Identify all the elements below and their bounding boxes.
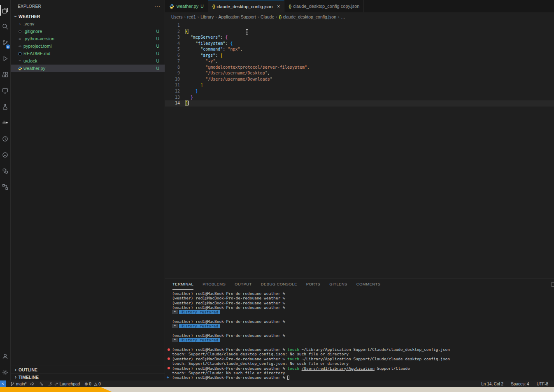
- breadcrumb-item[interactable]: red1: [187, 14, 196, 19]
- command-error-icon: [168, 348, 170, 351]
- remote-indicator[interactable]: <: [0, 380, 6, 387]
- line-number: 14: [165, 100, 180, 107]
- sidebar-bottom-sections: › OUTLINE › TIMELINE: [11, 366, 165, 380]
- terminal[interactable]: (weather) red1@MacBook-Pro-de-redouane w…: [165, 290, 554, 380]
- line-number: 2: [165, 29, 180, 35]
- remote-explorer-icon[interactable]: [0, 83, 11, 99]
- symbols-icon[interactable]: [0, 179, 11, 195]
- panel-tab-gitlens[interactable]: GITLENS: [329, 279, 347, 290]
- code-editor[interactable]: 12{3 "mcpServers": {4 "filesystem": {5 "…: [165, 21, 554, 107]
- terminal-line: (weather) red1@MacBook-Pro-de-redouane w…: [172, 357, 554, 361]
- extensions-icon[interactable]: [0, 67, 11, 83]
- line-number: 12: [165, 88, 180, 95]
- settings-icon[interactable]: [0, 364, 11, 380]
- problems[interactable]: ⊗ 0△ 0: [84, 382, 102, 386]
- file-label: uv.lock: [23, 58, 37, 63]
- explorer-header: EXPLORER ···: [11, 0, 165, 12]
- code-line-9[interactable]: 9 "/Users/username/Desktop",: [165, 70, 554, 77]
- tab-label: claude_desktop_config.json: [217, 4, 273, 9]
- encoding[interactable]: UTF-8: [537, 382, 548, 386]
- indentation[interactable]: Spaces: 4: [511, 382, 529, 386]
- code-text: }: [180, 95, 193, 101]
- code-line-6[interactable]: 6 "args": [: [165, 53, 554, 59]
- tab-claude-desktop-config-copy-json[interactable]: {}claude_desktop_config copy.json: [284, 0, 364, 12]
- history-icon[interactable]: [0, 131, 11, 147]
- file-uv.lock[interactable]: ≡uv.lockU: [11, 57, 165, 65]
- terminal-line: (weather) red1@MacBook-Pro-de-redouane w…: [172, 319, 554, 324]
- terminal-line: (weather) red1@MacBook-Pro-de-redouane w…: [172, 305, 554, 310]
- git-branch[interactable]: main*: [10, 382, 35, 386]
- code-line-14[interactable]: 14}: [165, 100, 554, 107]
- file-.gitignore[interactable]: .gitignoreU: [11, 28, 165, 35]
- timeline-label: TIMELINE: [19, 375, 39, 380]
- code-text: "filesystem": {: [180, 41, 233, 47]
- terminal-line: touch: Support/Claude: No such file or d…: [172, 371, 554, 375]
- code-line-5[interactable]: 5 "command": "npx",: [165, 46, 554, 53]
- testing-icon[interactable]: [0, 99, 11, 115]
- file-pyproject.toml[interactable]: pyproject.tomlU: [11, 42, 165, 50]
- code-line-3[interactable]: 3 "mcpServers": {: [165, 35, 554, 41]
- panel-tab-ports[interactable]: PORTS: [306, 279, 321, 290]
- panel-tab-comments[interactable]: COMMENTS: [356, 279, 381, 290]
- panel-tab-debug-console[interactable]: DEBUG CONSOLE: [261, 279, 297, 290]
- code-text: }: [180, 88, 198, 95]
- launchpad[interactable]: Launchpad: [48, 382, 80, 386]
- breadcrumb-item[interactable]: Claude: [261, 14, 274, 19]
- line-number: 5: [165, 46, 180, 53]
- explorer-icon[interactable]: [0, 2, 11, 19]
- breadcrumb-item[interactable]: Application Support: [219, 14, 256, 19]
- tab-weather-py[interactable]: weather.pyU: [165, 0, 208, 12]
- chevron-icon: ›: [16, 22, 23, 26]
- terminal-line: (weather) red1@MacBook-Pro-de-redouane w…: [172, 296, 554, 300]
- source-control-icon[interactable]: 6: [0, 35, 11, 51]
- code-line-10[interactable]: 10 "/Users/username/Downloads": [165, 77, 554, 83]
- breadcrumb-separator: ›: [258, 15, 259, 19]
- close-icon[interactable]: ×: [277, 4, 280, 9]
- breadcrumb-separator: ›: [198, 15, 199, 19]
- breadcrumb-item[interactable]: Library: [200, 14, 214, 19]
- bottom-panel: TERMINALPROBLEMSOUTPUTDEBUG CONSOLEPORTS…: [165, 278, 554, 380]
- settings-sync-icon[interactable]: [0, 163, 11, 179]
- breadcrumb-item[interactable]: Users: [171, 14, 182, 19]
- scm-badge: 6: [6, 44, 10, 49]
- file-.venv[interactable]: ›.venv: [11, 20, 165, 28]
- file-label: .venv: [23, 21, 34, 26]
- file-README.md[interactable]: README.mdU: [11, 50, 165, 57]
- outline-section[interactable]: › OUTLINE: [11, 366, 165, 373]
- file-weather.py[interactable]: weather.pyU: [11, 65, 165, 72]
- list-icon: ≡: [16, 37, 23, 41]
- breadcrumb-separator: ›: [338, 15, 339, 19]
- link-icon: [54, 382, 58, 386]
- code-line-7[interactable]: 7 "-y",: [165, 58, 554, 65]
- git-icon: [16, 29, 23, 34]
- live-share-icon[interactable]: [0, 147, 11, 163]
- code-text: {: [180, 29, 188, 35]
- file-.python-version[interactable]: ≡.python-versionU: [11, 35, 165, 42]
- workspace-root-label: WEATHER: [19, 14, 40, 19]
- breadcrumb-item[interactable]: claude_desktop_config.json: [283, 14, 336, 19]
- timeline-section[interactable]: › TIMELINE: [11, 373, 165, 380]
- breadcrumb-separator: ›: [276, 15, 277, 19]
- status-bar: < main*Launchpad⊗ 0△ 0 Ln 14, Col 2Space…: [0, 380, 554, 387]
- code-line-4[interactable]: 4 "filesystem": {: [165, 41, 554, 47]
- workspace-root-weather[interactable]: › WEATHER: [11, 12, 165, 20]
- more-actions-icon[interactable]: ···: [154, 3, 161, 9]
- account-icon[interactable]: [0, 348, 11, 364]
- panel-tab-problems[interactable]: PROBLEMS: [203, 279, 226, 290]
- gitlens-status[interactable]: [39, 382, 44, 386]
- terminal-line: (weather) red1@MacBook-Pro-de-redouane w…: [172, 366, 554, 371]
- code-line-1[interactable]: 1: [165, 23, 554, 29]
- code-line-11[interactable]: 11 ]: [165, 82, 554, 88]
- docker-icon[interactable]: [0, 115, 11, 131]
- cursor-position[interactable]: Ln 14, Col 2: [481, 382, 503, 386]
- panel-tab-terminal[interactable]: TERMINAL: [172, 279, 193, 290]
- search-icon[interactable]: [0, 19, 11, 35]
- panel-tab-output[interactable]: OUTPUT: [235, 279, 251, 290]
- code-line-12[interactable]: 12 }: [165, 88, 554, 95]
- tab-claude-desktop-config-json[interactable]: {}claude_desktop_config.json×: [208, 0, 285, 12]
- run-debug-icon[interactable]: [0, 51, 11, 67]
- code-line-2[interactable]: 2{: [165, 29, 554, 35]
- code-line-13[interactable]: 13 }: [165, 95, 554, 101]
- breadcrumb-item[interactable]: …: [341, 14, 345, 19]
- code-line-8[interactable]: 8 "@modelcontextprotocol/server-filesyst…: [165, 65, 554, 71]
